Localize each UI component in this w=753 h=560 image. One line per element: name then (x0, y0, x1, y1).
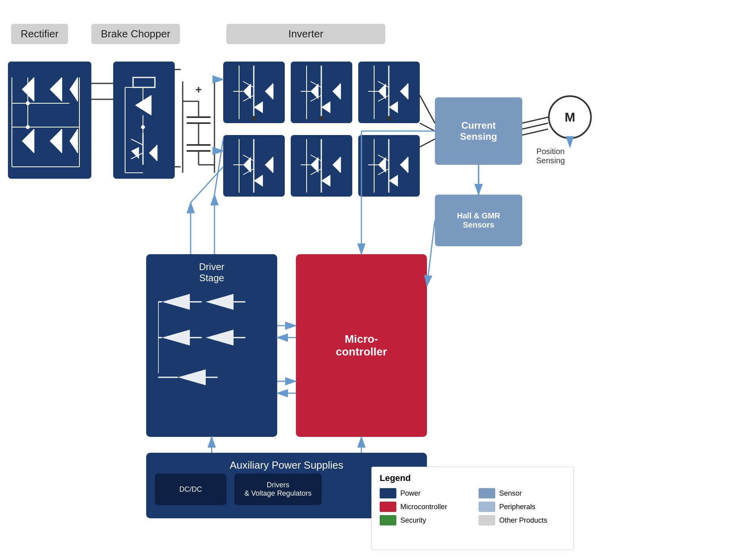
legend-label-other: Other Products (499, 516, 547, 525)
svg-marker-104 (400, 157, 408, 173)
svg-marker-99 (321, 175, 330, 187)
svg-marker-103 (378, 157, 386, 173)
legend-title: Legend (380, 473, 566, 483)
driver-stage-label: Driver Stage (146, 254, 277, 284)
microcontroller-block: Micro- controller (296, 254, 427, 437)
legend-label-sensor: Sensor (499, 489, 522, 498)
svg-marker-110 (162, 294, 190, 310)
svg-marker-118 (206, 330, 234, 346)
dcdc-block: DC/DC (155, 473, 226, 505)
legend-item-mcu: Microcontroller (380, 502, 467, 512)
legend-box: Legend Power Sensor Microcontroller Peri… (371, 467, 574, 550)
diagram-container: Rectifier Brake Chopper Inverter (0, 0, 753, 560)
inverter-top-3 (358, 62, 420, 123)
legend-swatch-power (380, 488, 396, 498)
svg-marker-4 (70, 77, 77, 101)
svg-marker-93 (311, 157, 319, 173)
legend-label-peripherals: Peripherals (499, 503, 535, 511)
inverter-bot-2 (291, 135, 352, 197)
legend-swatch-security (380, 515, 396, 525)
svg-line-138 (522, 129, 548, 135)
legend-label-power: Power (400, 489, 421, 498)
svg-marker-109 (389, 175, 398, 187)
svg-marker-59 (254, 101, 263, 113)
bus-capacitor: + (179, 62, 218, 179)
hall-gmr-sensors-block: Hall & GMR Sensors (435, 195, 522, 246)
current-sensing-block: Current Sensing (435, 97, 522, 165)
legend-label-security: Security (400, 516, 426, 525)
rectifier-block (8, 62, 91, 179)
legend-item-peripherals: Peripherals (479, 502, 566, 512)
legend-swatch-sensor (479, 488, 495, 498)
svg-marker-94 (332, 157, 340, 173)
legend-swatch-peripherals (479, 502, 495, 512)
svg-line-136 (522, 117, 548, 123)
svg-marker-53 (243, 83, 251, 99)
inverter-top-2 (291, 62, 352, 123)
svg-marker-83 (243, 157, 251, 173)
svg-marker-54 (265, 83, 273, 99)
legend-item-power: Power (380, 488, 467, 498)
svg-marker-63 (311, 83, 319, 99)
section-inverter: Inverter (226, 24, 385, 44)
inverter-bot-1 (223, 135, 285, 197)
svg-line-26 (131, 139, 143, 145)
svg-marker-73 (378, 83, 386, 99)
svg-line-133 (420, 95, 435, 123)
svg-marker-64 (332, 83, 340, 99)
svg-marker-6 (22, 129, 34, 153)
legend-label-mcu: Microcontroller (400, 503, 447, 511)
legend-item-sensor: Sensor (479, 488, 566, 498)
driver-stage-block: Driver Stage (146, 254, 277, 437)
svg-rect-22 (133, 77, 155, 87)
inverter-bot-3 (358, 135, 420, 197)
svg-marker-112 (206, 294, 234, 310)
svg-text:+: + (195, 83, 202, 96)
legend-item-other: Other Products (479, 515, 566, 525)
motor-symbol: M (548, 95, 592, 139)
legend-grid: Power Sensor Microcontroller Peripherals… (380, 488, 566, 525)
inverter-top-1 (223, 62, 285, 123)
legend-swatch-mcu (380, 502, 396, 512)
svg-marker-29 (149, 145, 157, 161)
brake-block (113, 62, 175, 179)
drivers-vr-block: Drivers & Voltage Regulators (234, 473, 322, 505)
svg-line-134 (420, 123, 435, 131)
section-brake: Brake Chopper (91, 24, 180, 44)
svg-marker-84 (265, 157, 273, 173)
legend-item-security: Security (380, 515, 467, 525)
svg-marker-122 (178, 369, 206, 385)
svg-marker-8 (50, 129, 62, 153)
svg-marker-74 (400, 83, 408, 99)
svg-line-135 (420, 139, 435, 147)
legend-swatch-other (479, 515, 495, 525)
position-sensing-label: Position Sensing (536, 147, 565, 165)
svg-point-33 (141, 125, 145, 129)
svg-marker-2 (50, 77, 62, 101)
svg-marker-79 (389, 101, 398, 113)
svg-line-142 (427, 220, 435, 286)
svg-marker-116 (162, 330, 190, 346)
svg-marker-89 (254, 175, 263, 187)
svg-line-137 (522, 123, 548, 129)
svg-marker-10 (70, 129, 77, 153)
section-rectifier: Rectifier (11, 24, 68, 44)
svg-marker-69 (321, 101, 330, 113)
